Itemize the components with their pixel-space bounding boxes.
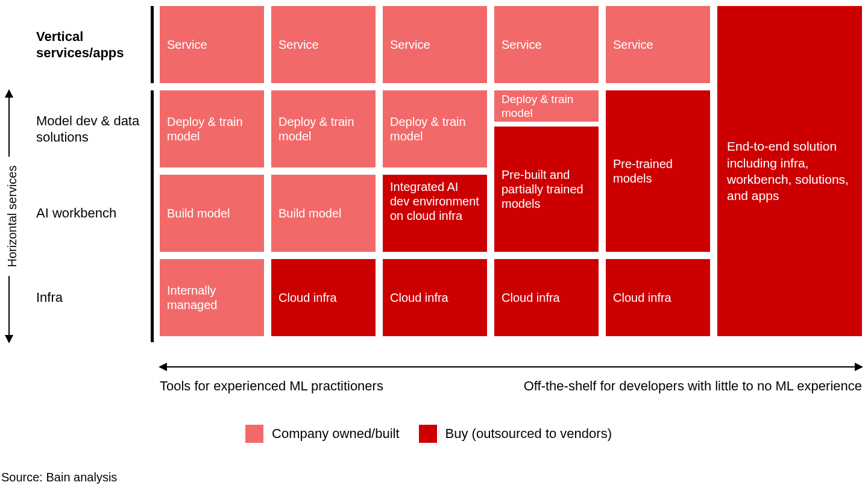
cell-end-to-end: End-to-end solution including infra, wor… (717, 6, 862, 336)
cell: Internally managed (160, 259, 264, 336)
cell: Cloud infra (606, 259, 710, 336)
source-attribution: Source: Bain analysis (1, 471, 117, 484)
vertical-axis: Horizontal services (0, 90, 24, 342)
cell: Pre-trained models (606, 90, 710, 252)
cell: Service (160, 6, 264, 83)
horizontal-axis-left-label: Tools for experienced ML practitioners (160, 378, 383, 394)
row-label-ai-workbench: AI workbench (36, 175, 148, 252)
row-tick (151, 90, 154, 342)
cell: Cloud infra (271, 259, 376, 336)
cell: Deploy & train model (383, 90, 487, 167)
cell: Cloud infra (383, 259, 487, 336)
cell: Service (494, 6, 599, 83)
cell: Integrated AI dev environment on cloud i… (383, 175, 487, 252)
double-arrow-icon (160, 366, 862, 368)
cell: Cloud infra (494, 259, 599, 336)
cell: Deploy & train model (494, 90, 599, 122)
cell: Deploy & train model (271, 90, 376, 167)
cell: Pre-built and partially trained models (494, 127, 599, 252)
legend-label-buy: Buy (outsourced to vendors) (445, 426, 612, 442)
legend: Company owned/built Buy (outsourced to v… (0, 422, 868, 446)
column-6: End-to-end solution including infra, wor… (717, 6, 862, 343)
cell: Build model (271, 175, 376, 252)
legend-label-build: Company owned/built (272, 426, 400, 442)
row-label-vertical-services: Vertical services/apps (36, 6, 148, 83)
row-labels: Vertical services/apps Model dev & data … (36, 6, 148, 343)
cell: Service (383, 6, 487, 83)
arrow-down-icon (8, 276, 10, 342)
row-label-infra: Infra (36, 259, 148, 336)
column-2: Service Deploy & train model Build model… (271, 6, 376, 343)
cell: Service (271, 6, 376, 83)
legend-swatch-buy (419, 425, 437, 443)
cell: Build model (160, 175, 264, 252)
column-4: Service Deploy & train model Pre-built a… (494, 6, 599, 343)
row-tick (151, 6, 154, 83)
column-1: Service Deploy & train model Build model… (160, 6, 264, 343)
legend-swatch-build (245, 425, 263, 443)
vertical-axis-label: Horizontal services (5, 166, 19, 267)
row-label-model-dev: Model dev & data solutions (36, 90, 148, 167)
cell: Deploy & train model (160, 90, 264, 167)
grid: Service Deploy & train model Build model… (160, 6, 862, 343)
horizontal-axis-right-label: Off-the-shelf for developers with little… (524, 378, 862, 394)
arrow-up-icon (8, 90, 10, 157)
column-3: Service Deploy & train model Integrated … (383, 6, 487, 343)
horizontal-axis: Tools for experienced ML practitioners O… (160, 361, 862, 398)
cell: Service (606, 6, 710, 83)
column-5: Service Pre-trained models Cloud infra (606, 6, 710, 343)
diagram-root: Horizontal services Vertical services/ap… (0, 0, 868, 488)
